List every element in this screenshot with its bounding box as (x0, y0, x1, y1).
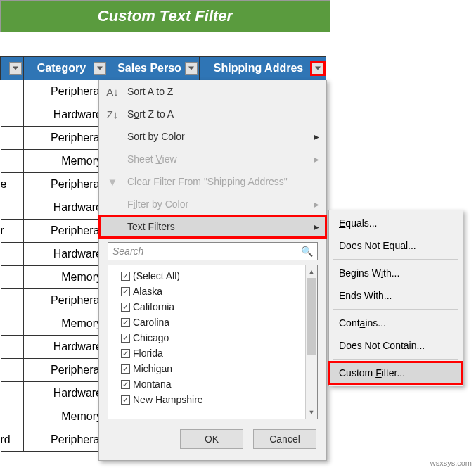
checkbox-icon: ✓ (121, 364, 130, 374)
filter-dropdown-menu: A↓ Sort A to Z Z↓ Sort Z to A Sort by Co… (98, 80, 327, 461)
check-item[interactable]: ✓New Hampshire (111, 392, 302, 407)
submenu-does-not-equal[interactable]: Does Not Equal... (329, 234, 463, 257)
row-fragment (1, 336, 24, 359)
menu-text-filters[interactable]: Text Filters ▶ (99, 215, 326, 238)
cell-category[interactable]: Peripheral (24, 220, 108, 243)
menu-label: Text Filters (127, 221, 175, 232)
menu-separator (333, 259, 458, 260)
menu-sheet-view: Sheet View ▶ (99, 148, 326, 170)
submenu-label: Custom Filter... (339, 367, 405, 379)
cell-category[interactable]: Memory (24, 312, 108, 336)
menu-label: Sort by Color (127, 131, 185, 142)
filter-dropdown-icon[interactable] (311, 62, 324, 75)
check-item[interactable]: ✓Montana (111, 376, 302, 392)
row-fragment (1, 80, 24, 103)
scroll-down-icon[interactable]: ▼ (306, 406, 317, 419)
row-fragment (1, 405, 24, 428)
column-header-blank[interactable] (1, 57, 24, 80)
submenu-label: Does Not Equal... (339, 240, 416, 251)
submenu-label: Contains... (339, 317, 386, 329)
checkbox-icon: ✓ (121, 318, 130, 327)
text-filters-submenu: Equals... Does Not Equal... Begins With.… (328, 210, 463, 386)
menu-separator (333, 359, 458, 360)
menu-filter-by-color: Filter by Color ▶ (99, 193, 326, 215)
menu-label: Filter by Color (127, 198, 188, 210)
cell-category[interactable]: Peripheral (24, 289, 108, 312)
cell-category[interactable]: Hardware (24, 382, 108, 405)
row-fragment: e (1, 173, 24, 196)
menu-label: Sheet View (127, 153, 177, 165)
menu-sort-az[interactable]: A↓ Sort A to Z (99, 80, 326, 103)
dialog-buttons: OK Cancel (99, 419, 326, 460)
row-fragment (1, 196, 24, 220)
check-label: (Select All) (133, 270, 180, 281)
cell-category[interactable]: Hardware (24, 336, 108, 359)
check-label: Chicago (133, 332, 169, 343)
column-header-label: Shipping Addres (214, 62, 303, 74)
submenu-begins-with[interactable]: Begins With... (329, 262, 463, 284)
check-label: California (133, 301, 174, 312)
checkbox-icon: ✓ (121, 287, 130, 296)
row-fragment (1, 289, 24, 312)
menu-label: Clear Filter From "Shipping Address" (127, 176, 288, 187)
submenu-custom-filter[interactable]: Custom Filter... (329, 362, 463, 384)
cancel-button[interactable]: Cancel (253, 429, 316, 449)
column-header-label: Category (37, 62, 86, 74)
sort-za-icon: Z↓ (105, 108, 120, 120)
ok-button[interactable]: OK (180, 429, 243, 449)
cell-category[interactable]: Hardware (24, 103, 108, 127)
cell-category[interactable]: Peripheral (24, 359, 108, 382)
cell-category[interactable]: Hardware (24, 243, 108, 266)
scroll-thumb[interactable] (307, 278, 316, 355)
submenu-ends-with[interactable]: Ends With... (329, 284, 463, 307)
column-header-sales-person[interactable]: Sales Perso (108, 57, 200, 80)
scroll-up-icon[interactable]: ▲ (306, 265, 317, 278)
checkbox-icon: ✓ (121, 334, 130, 343)
row-fragment (1, 103, 24, 127)
scrollbar[interactable]: ▲ ▼ (305, 265, 317, 419)
submenu-contains[interactable]: Contains... (329, 312, 463, 334)
menu-sort-by-color[interactable]: Sort by Color ▶ (99, 125, 326, 148)
check-item-select-all[interactable]: ✓(Select All) (111, 268, 302, 284)
clear-filter-icon: ▼ (105, 176, 120, 188)
submenu-label: Equals... (339, 217, 377, 229)
cell-category[interactable]: Hardware (24, 196, 108, 220)
menu-sort-za[interactable]: Z↓ Sort Z to A (99, 103, 326, 125)
menu-clear-filter: ▼ Clear Filter From "Shipping Address" (99, 170, 326, 193)
watermark: wsxsys.com (430, 459, 472, 467)
cell-category[interactable]: Memory (24, 150, 108, 173)
filter-dropdown-icon[interactable] (9, 62, 22, 75)
checkbox-icon: ✓ (121, 272, 130, 281)
submenu-equals[interactable]: Equals... (329, 212, 463, 234)
column-header-shipping-address[interactable]: Shipping Addres (200, 57, 326, 80)
check-label: Michigan (133, 363, 172, 374)
check-label: New Hampshire (133, 394, 203, 405)
check-item[interactable]: ✓Michigan (111, 361, 302, 376)
checkbox-icon: ✓ (121, 349, 130, 358)
sort-az-icon: A↓ (105, 86, 120, 98)
row-fragment: r (1, 220, 24, 243)
filter-dropdown-icon[interactable] (185, 62, 198, 75)
check-item[interactable]: ✓Alaska (111, 284, 302, 299)
filter-dropdown-icon[interactable] (94, 62, 106, 75)
search-placeholder: Search (112, 246, 143, 257)
check-item[interactable]: ✓Carolina (111, 315, 302, 330)
column-header-category[interactable]: Category (24, 57, 108, 80)
check-item[interactable]: ✓Florida (111, 345, 302, 361)
cell-category[interactable]: Peripheral (24, 127, 108, 150)
submenu-label: Ends With... (339, 290, 392, 301)
cell-category[interactable]: Memory (24, 266, 108, 289)
cell-category[interactable]: Memory (24, 405, 108, 428)
cell-category[interactable]: Peripheral (24, 173, 108, 196)
submenu-label: Does Not Contain... (339, 340, 425, 351)
filter-search-input[interactable]: Search 🔍 (108, 242, 318, 260)
check-item[interactable]: ✓Chicago (111, 330, 302, 345)
cell-category[interactable]: Peripheral (24, 428, 108, 452)
submenu-does-not-contain[interactable]: Does Not Contain... (329, 334, 463, 357)
filter-value-list: ✓(Select All) ✓Alaska ✓California ✓Carol… (108, 265, 318, 419)
chevron-right-icon: ▶ (314, 201, 319, 208)
check-label: Carolina (133, 317, 169, 328)
row-fragment (1, 382, 24, 405)
check-item[interactable]: ✓California (111, 299, 302, 315)
cell-category[interactable]: Peripheral (24, 80, 108, 103)
